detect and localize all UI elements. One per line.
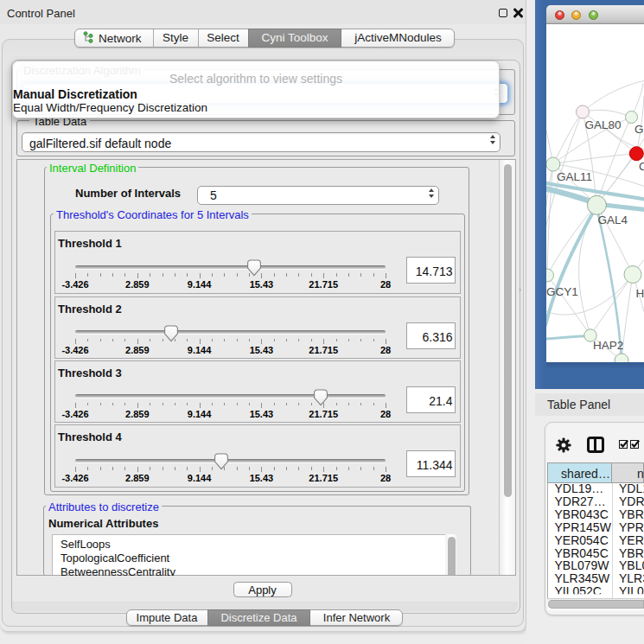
svg-text:HAP2: HAP2 xyxy=(593,338,623,351)
svg-text:G.: G. xyxy=(634,123,644,136)
svg-text:H: H xyxy=(636,286,644,299)
svg-text:GAL11: GAL11 xyxy=(557,169,592,182)
svg-text:GAL80: GAL80 xyxy=(585,118,622,131)
svg-text:GCY1: GCY1 xyxy=(546,285,578,298)
svg-text:GAL4: GAL4 xyxy=(598,213,628,226)
svg-text:C: C xyxy=(639,160,644,173)
